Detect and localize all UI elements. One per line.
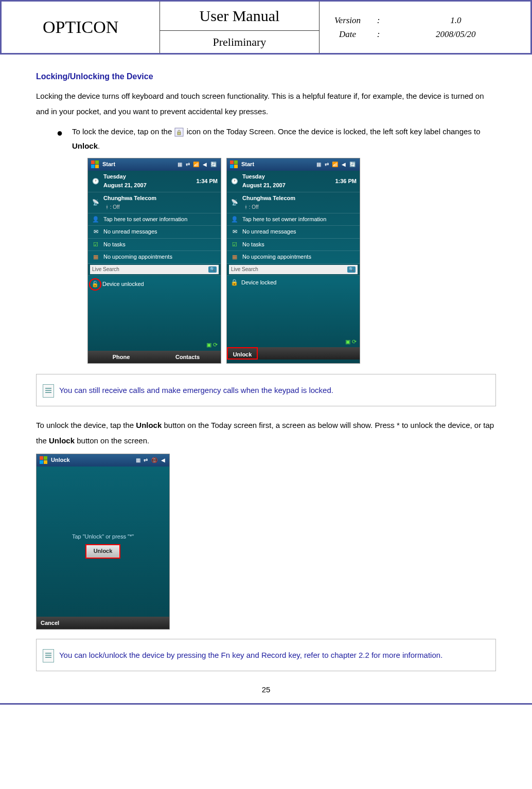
contacts-softkey[interactable]: Contacts xyxy=(154,351,221,363)
note-icon xyxy=(43,384,54,398)
lock-status-text: Device unlocked xyxy=(102,280,144,289)
version-label: Version xyxy=(325,13,371,27)
topbar: Unlock ▦ ⇄ 📵 ◀ xyxy=(37,454,169,467)
p2-c: button on the screen. xyxy=(75,436,149,445)
header-table: OPTICON User Manual Version : 1.0 Date :… xyxy=(0,0,532,55)
bluetooth-icon: ᚼ xyxy=(244,204,247,210)
tray-icon-2[interactable]: ⟳ xyxy=(352,338,357,345)
unlock-icon: 🔓 xyxy=(92,280,99,289)
start-label[interactable]: Start xyxy=(102,160,178,169)
start-label[interactable]: Start xyxy=(241,160,316,169)
svg-rect-12 xyxy=(40,460,43,464)
search-icon[interactable]: 🔍 xyxy=(347,266,356,273)
screenshots-row: Start ▦ ⇄ 📶 ◀ 🔄 🕐 Tuesday August 21, 200… xyxy=(87,158,496,364)
note-text-2: You can lock/unlock the device by pressi… xyxy=(59,651,442,659)
svg-rect-4 xyxy=(91,165,95,168)
svg-rect-7 xyxy=(234,160,238,164)
date-row[interactable]: 🕐 Tuesday August 21, 2007 1:36 PM xyxy=(227,171,360,192)
bullet-text-b: icon on the Today Screen. Once the devic… xyxy=(187,127,481,136)
carrier-row[interactable]: 📡 Chunghwa Telecom ᚼ : Off xyxy=(227,192,360,213)
date-value: 2008/05/20 xyxy=(386,27,525,41)
note-box-2: You can lock/unlock the device by pressi… xyxy=(36,639,496,671)
note-icon xyxy=(43,649,54,662)
calendar-icon: ▦ xyxy=(230,253,239,261)
windows-flag-icon[interactable] xyxy=(230,160,238,169)
owner-row[interactable]: 👤Tap here to set owner information xyxy=(227,213,360,226)
bullet-dot: ● xyxy=(57,124,72,154)
day-text: Tuesday xyxy=(242,172,335,182)
owner-row[interactable]: 👤Tap here to set owner information xyxy=(88,213,221,226)
time-text: 1:34 PM xyxy=(196,177,218,186)
svg-rect-2 xyxy=(91,160,95,164)
network-icon: 📡 xyxy=(230,199,239,207)
version-value: 1.0 xyxy=(386,13,525,27)
lock-status-row[interactable]: 🔒 Device locked xyxy=(227,276,360,290)
clock-icon: 🕐 xyxy=(230,177,239,185)
svg-rect-8 xyxy=(230,165,234,168)
task-icon: ☑ xyxy=(230,241,239,249)
subtitle-cell: Preliminary xyxy=(160,31,319,54)
svg-rect-11 xyxy=(44,456,47,460)
carrier-row[interactable]: 📡 Chunghwa Telecom ᚼ : Off xyxy=(88,192,221,213)
section-title: Locking/Unlocking the Device xyxy=(36,70,496,83)
bottombar: Phone Contacts xyxy=(88,351,221,363)
bullet-1: ● To lock the device, tap on the icon on… xyxy=(57,124,496,154)
svg-rect-5 xyxy=(95,165,99,168)
search-placeholder: Live Search xyxy=(92,265,119,274)
topbar: Start ▦ ⇄ 📶 ◀ 🔄 xyxy=(88,158,221,171)
phone-softkey[interactable]: Phone xyxy=(88,351,154,363)
right-softkey xyxy=(258,347,360,360)
today-screen-locked: Start ▦ ⇄ 📶 ◀ 🔄 🕐 Tuesday August 21, 200… xyxy=(226,158,360,364)
unlock-softkey[interactable]: Unlock xyxy=(227,347,258,360)
bluetooth-icon: ᚼ xyxy=(105,204,109,210)
day-text: Tuesday xyxy=(103,172,196,182)
tray-row: ▣ ⟳ xyxy=(88,339,221,351)
bottom-rule xyxy=(0,703,532,705)
status-icons: ▦ ⇄ 📶 ◀ 🔄 xyxy=(316,160,357,169)
note-box-1: You can still receive calls and make eme… xyxy=(36,374,496,406)
date-row[interactable]: 🕐 Tuesday August 21, 2007 1:34 PM xyxy=(88,171,221,192)
mail-icon: ✉ xyxy=(91,228,100,236)
svg-rect-13 xyxy=(44,460,47,464)
status-icons: ▦ ⇄ 📶 ◀ 🔄 xyxy=(178,160,218,169)
clock-icon: 🕐 xyxy=(91,177,100,185)
bullet-bold: Unlock xyxy=(72,141,98,150)
date-label: Date xyxy=(325,27,371,41)
appts-row[interactable]: ▦No upcoming appointments xyxy=(88,251,221,264)
carrier-text: Chunghwa Telecom xyxy=(242,194,357,203)
bullet-end: . xyxy=(98,141,100,150)
unlock-button[interactable]: Unlock xyxy=(85,544,121,559)
time-text: 1:36 PM xyxy=(335,177,357,186)
tray-icon-1[interactable]: ▣ xyxy=(345,338,350,345)
search-icon[interactable]: 🔍 xyxy=(208,266,217,273)
tray-icon-2[interactable]: ⟳ xyxy=(213,342,218,348)
title-cell: User Manual xyxy=(160,1,319,31)
windows-flag-icon[interactable] xyxy=(91,160,99,169)
cancel-softkey[interactable]: Cancel xyxy=(37,617,73,629)
tasks-row[interactable]: ☑No tasks xyxy=(227,239,360,252)
tray-row: ▣ ⟳ xyxy=(227,336,360,348)
status-icons: ▦ ⇄ 📵 ◀ xyxy=(136,456,166,464)
svg-rect-6 xyxy=(230,160,234,164)
svg-rect-1 xyxy=(178,132,181,135)
search-row[interactable]: Live Search🔍 xyxy=(88,264,221,276)
bt-status: : Off xyxy=(110,204,120,210)
bottombar: Cancel xyxy=(37,617,169,629)
messages-row[interactable]: ✉No unread messages xyxy=(227,226,360,239)
owner-icon: 👤 xyxy=(91,215,100,223)
lock-status-row[interactable]: 🔓 Device unlocked xyxy=(88,276,221,293)
appts-row[interactable]: ▦No upcoming appointments xyxy=(227,251,360,264)
owner-icon: 👤 xyxy=(230,215,239,223)
messages-row[interactable]: ✉No unread messages xyxy=(88,226,221,239)
search-placeholder: Live Search xyxy=(231,265,258,274)
p2-a: To unlock the device, tap the xyxy=(36,421,136,429)
mail-icon: ✉ xyxy=(230,228,239,236)
search-row[interactable]: Live Search🔍 xyxy=(227,264,360,276)
windows-flag-icon[interactable] xyxy=(40,456,48,464)
tray-icon-1[interactable]: ▣ xyxy=(206,342,211,348)
meta-cell: Version : 1.0 Date : 2008/05/20 xyxy=(319,1,531,54)
page-number: 25 xyxy=(36,684,496,696)
p2-bold1: Unlock xyxy=(136,421,162,429)
lock-highlight-circle: 🔓 xyxy=(89,278,101,291)
tasks-row[interactable]: ☑No tasks xyxy=(88,239,221,252)
